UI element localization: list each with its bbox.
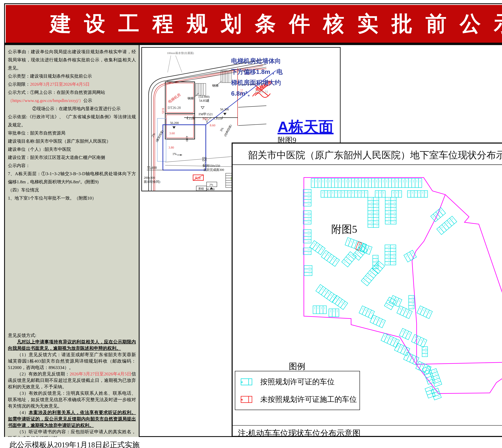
stall-cluster — [407, 191, 427, 197]
plan-label: 55.400 — [147, 166, 157, 170]
plan-label: 基础 — [198, 187, 204, 190]
stall-cluster — [385, 245, 390, 265]
stall-cluster — [321, 191, 368, 197]
notice-paragraph: 公示方式：①网上公示：在韶关市自然资源局网站 — [8, 88, 136, 96]
stall-cluster — [391, 197, 396, 224]
banner-divider — [5, 43, 502, 45]
notice-paragraph: 公示依据:《行政许可法》、《广东省城乡规划条例》等法律法规及规定。 — [8, 113, 136, 129]
plan-label: 风井 — [195, 176, 201, 180]
stall-cluster — [303, 230, 311, 243]
plan-label: 电梯机房 — [167, 93, 181, 104]
garage-outline — [304, 177, 502, 394]
plan-label: 3.50 — [202, 117, 208, 121]
legend-row: 未按照规划许可证施工的车位 — [235, 392, 359, 407]
stall-cluster — [389, 295, 402, 307]
plan-label: 2% — [151, 132, 156, 138]
plan-label: 钢梯 — [212, 84, 218, 87]
building-footprint-outline — [412, 194, 502, 364]
stall-cluster — [431, 208, 446, 222]
legend-row: 按照规划许可证的车位 — [235, 374, 359, 389]
stall-cluster — [409, 295, 414, 309]
stall-cluster — [404, 250, 417, 262]
stall-cluster — [399, 328, 412, 340]
stall-cluster — [311, 178, 422, 188]
notice-sheet: 建设工程规划条件核实批前公示之三 公示事由：建设单位向我局提出建设项目规划条件核… — [0, 0, 502, 448]
notice-paragraph: 审批单位：韶关市自然资源局 — [8, 129, 136, 137]
left-paragraphs: 公示事由：建设单位向我局提出建设项目规划条件核实申请，经我局审核，现依法进行规划… — [8, 48, 136, 437]
notice-paragraph: 公示内容： — [8, 161, 136, 170]
plan-label: 8.60 — [210, 124, 215, 127]
stall-cluster — [417, 306, 432, 319]
stall-cluster — [422, 347, 428, 357]
plan-label: 56.200 — [170, 121, 179, 125]
plan-label: (54.900) — [199, 95, 210, 98]
plan-label: 100mm落水管(出屋面) — [167, 51, 194, 55]
plan-label: 4.00 — [185, 136, 189, 142]
stall-cluster — [332, 295, 348, 310]
stall-cluster — [304, 266, 312, 276]
notice-paragraph: 意见反馈方式: — [8, 332, 136, 339]
notice-paragraph: 7、A栋天面层：①3-1~3-2轴交3-B~3-D轴电梯机房处墙体向下方偏移1.… — [8, 170, 136, 186]
page-title: 建设工程规划条件核实批前公示之三 — [37, 10, 502, 38]
stall-cluster — [385, 197, 391, 224]
stall-cluster — [392, 191, 402, 197]
notice-paragraph: 建设位置：韶关市浈江区莲花大道曲仁棚户区南侧 — [8, 153, 136, 161]
plan-label: 2% — [209, 183, 213, 186]
notice-paragraph: 建设单位（个人）:韶关市中医院 — [8, 145, 136, 153]
stall-cluster — [345, 238, 367, 252]
figure5-label: 附图5 — [331, 224, 357, 235]
stall-cluster — [303, 190, 311, 206]
notice-paragraph: 公示类型：建设项目规划条件核实批前公示 — [8, 72, 136, 80]
stall-cluster — [384, 297, 396, 310]
stall-cluster — [375, 191, 385, 197]
notice-paragraph: 凡对以上申请事项持有异议的利益相关人，应在公示期限内向我局提出书面意见，逾期视为… — [8, 339, 136, 352]
plan-label: 3% — [219, 127, 224, 132]
stall-cluster — [359, 306, 374, 319]
plan-label: 钢梯 — [187, 96, 194, 100]
plan-label: 54.85建 — [199, 99, 209, 102]
stall-cluster — [368, 197, 373, 227]
stall-cluster — [390, 245, 396, 265]
stall-cluster — [416, 361, 431, 374]
stall-cluster — [437, 216, 457, 235]
legend-label: 按照规划许可证的车位 — [260, 377, 335, 387]
stall-cluster — [394, 343, 410, 356]
plan-label: DT26-28 — [168, 106, 181, 110]
plan-label: 底距完成面300 — [203, 168, 224, 172]
stall-cluster — [321, 250, 340, 266]
stall-cluster — [310, 240, 325, 255]
parking-stall-icon — [241, 396, 252, 403]
stall-cluster — [370, 315, 386, 328]
stall-cluster — [303, 211, 311, 224]
stall-cluster — [431, 388, 441, 400]
plan-label: (结构找坡) — [224, 124, 232, 137]
stall-clusters — [303, 178, 457, 400]
plan-label: 3.80 — [168, 146, 174, 149]
notice-paragraph: （https://www.sg.gov.cn/bmpdlm/zrzyj/）公示 — [8, 96, 136, 105]
parking-panel: 韶关市中医院（原广东韶州人民医院）地下室车位现状分布示意图 附图5 图例 按照规… — [232, 143, 502, 437]
plan-label: C1518 — [214, 117, 222, 120]
notice-paragraph: （3）有效的反馈意见：注明真实联系人姓名、联系电话、联系地址，如反馈意见信息不准… — [8, 390, 136, 409]
plan-label: C1518 — [187, 117, 195, 120]
elevator-annotation: 电梯机房处墙体向 下方偏移1.8m，电 梯机房面积增大约 6.8m²。 — [231, 56, 309, 99]
legend-label: 未按照规划许可证施工的车位 — [260, 394, 357, 404]
notice-paragraph: ②现场公示：在建筑用地内显著位置进行公示 — [8, 105, 136, 113]
stall-cluster — [303, 248, 311, 255]
plan-label: 56.200 — [220, 108, 229, 111]
plan-label: 56.400 — [206, 188, 214, 191]
notice-paragraph: 1、地下室1个车位与审批不一致。（附图10） — [8, 194, 136, 202]
plan-label: 留洞550x550 — [203, 164, 220, 168]
parking-inner-bottom-rule — [233, 425, 502, 426]
notice-paragraph: 公示事由：建设单位向我局提出建设项目规划条件核实申请，经我局审核，现依法进行规划… — [8, 48, 136, 72]
stall-cluster — [373, 197, 379, 227]
plan-label: 3.60 — [169, 131, 175, 135]
plan-label: 1% — [172, 152, 177, 156]
plan-label: 面100(余同) — [144, 180, 160, 183]
stall-cluster — [397, 306, 412, 319]
legend-title: 图例 — [289, 361, 305, 372]
stall-cluster — [361, 268, 378, 286]
template-note: 此公示模板从2019年1月18日起正式实施 — [10, 440, 140, 448]
building-a-roof-label: A栋天面 — [277, 117, 334, 137]
notice-paragraph: 公示期限：2026年3月27日至2026年4月5日 — [8, 80, 136, 88]
notice-paragraph: （4）本案涉及的利害关系人，依法享有要求听证的权利。如需申请听证的，应公示意见反… — [8, 409, 136, 429]
